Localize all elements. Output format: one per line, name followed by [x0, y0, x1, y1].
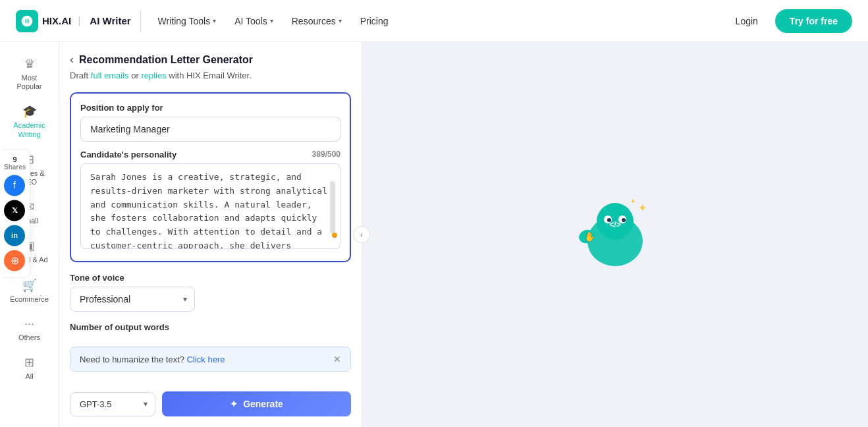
chevron-down-icon: ▾	[213, 17, 216, 24]
back-button[interactable]: ‹	[70, 53, 74, 67]
header: HIX.AI | AI Writer Writing Tools ▾ AI To…	[0, 0, 868, 42]
tool-subtitle: Draft full emails or replies with HIX Em…	[70, 71, 351, 80]
facebook-share-button[interactable]: f	[4, 175, 25, 196]
collapse-panel-button[interactable]: ‹	[353, 226, 370, 243]
sidebar-item-all[interactable]: ⊞ All	[3, 349, 56, 387]
nav-resources[interactable]: Resources ▾	[284, 11, 350, 32]
x-share-button[interactable]: 𝕏	[4, 200, 25, 221]
close-banner-button[interactable]: ✕	[333, 354, 341, 364]
output-area: ‹ </> ✋ ✦ ✦ ·	[362, 42, 868, 427]
sidebar-item-most-popular[interactable]: ♛ Most Popular	[3, 50, 56, 98]
nav-ai-tools[interactable]: AI Tools ▾	[227, 11, 281, 32]
try-for-free-button[interactable]: Try for free	[775, 9, 852, 33]
chevron-down-icon: ▾	[270, 17, 273, 24]
tool-title: Recommendation Letter Generator	[79, 54, 253, 66]
humanize-banner: Need to humanize the text? Click here ✕	[70, 347, 351, 372]
char-count: 389/500	[312, 150, 340, 159]
general-share-button[interactable]: ⊕	[4, 250, 25, 271]
nav-pricing[interactable]: Pricing	[352, 11, 396, 32]
main-content: ♛ Most Popular 🎓 Academic Writing ⊟ Arti…	[0, 42, 868, 427]
main-nav: Writing Tools ▾ AI Tools ▾ Resources ▾ P…	[150, 11, 396, 32]
sidebar-item-ecommerce[interactable]: 🛒 Ecommerce	[3, 271, 56, 310]
full-emails-link[interactable]: full emails	[91, 71, 129, 80]
hix-mascot: </> ✋ ✦ ✦ ·	[572, 192, 658, 277]
generate-icon: ✦	[230, 399, 238, 409]
tone-form-group: Tone of voice Professional Formal Casual…	[70, 273, 351, 312]
words-form-group: Number of output words	[70, 322, 351, 336]
svg-text:·: ·	[643, 220, 645, 226]
logo-brand: HIX.AI	[42, 15, 71, 26]
logo[interactable]: HIX.AI | AI Writer	[16, 10, 141, 32]
gpt-model-select[interactable]: GPT-3.5 GPT-4 GPT-4o	[70, 392, 155, 416]
svg-point-6	[622, 218, 626, 222]
scrollbar	[330, 181, 335, 234]
personality-textarea[interactable]: Sarah Jones is a creative, strategic, an…	[80, 163, 340, 249]
position-form-group: Position to apply for Candidate's person…	[70, 92, 351, 262]
scroll-indicator	[331, 229, 338, 241]
bottom-bar: GPT-3.5 GPT-4 GPT-4o ▾ ✦ Generate	[70, 389, 351, 416]
logo-product: AI Writer	[90, 15, 130, 26]
tool-header: ‹ Recommendation Letter Generator	[70, 53, 351, 67]
sidebar-item-academic-writing[interactable]: 🎓 Academic Writing	[3, 98, 56, 145]
crown-icon: ♛	[24, 57, 35, 71]
nav-writing-tools[interactable]: Writing Tools ▾	[150, 11, 225, 32]
cart-icon: 🛒	[22, 278, 37, 293]
logo-separator: |	[78, 15, 80, 27]
hix-logo-icon	[16, 10, 38, 32]
svg-text:✦: ✦	[638, 202, 647, 214]
replies-link[interactable]: replies	[141, 71, 166, 80]
header-left: HIX.AI | AI Writer Writing Tools ▾ AI To…	[16, 10, 396, 32]
social-share-sidebar: 9 Shares f 𝕏 in ⊕	[0, 150, 30, 276]
tone-select[interactable]: Professional Formal Casual Friendly Humo…	[70, 287, 195, 312]
humanize-link[interactable]: Click here	[187, 355, 225, 364]
personality-group: Candidate's personality 389/500 Sarah Jo…	[80, 150, 340, 252]
login-button[interactable]: Login	[726, 11, 767, 32]
header-right: Login Try for free	[726, 9, 852, 33]
svg-text:</>: </>	[609, 220, 620, 229]
humanize-text: Need to humanize the text? Click here	[80, 355, 225, 364]
tool-panel: ‹ Recommendation Letter Generator Draft …	[59, 42, 362, 427]
personality-label: Candidate's personality 389/500	[80, 150, 340, 159]
share-count: 9 Shares	[4, 156, 26, 171]
tone-select-wrapper: Professional Formal Casual Friendly Humo…	[70, 287, 195, 312]
position-input[interactable]	[80, 117, 340, 142]
sidebar-item-others[interactable]: ··· Others	[3, 310, 56, 349]
words-label: Number of output words	[70, 322, 351, 332]
svg-text:✋: ✋	[584, 231, 596, 242]
generate-button[interactable]: ✦ Generate	[162, 391, 351, 416]
position-label: Position to apply for	[80, 103, 340, 113]
gpt-select-wrapper: GPT-3.5 GPT-4 GPT-4o ▾	[70, 392, 155, 416]
svg-text:✦: ✦	[630, 198, 636, 205]
mascot-container: </> ✋ ✦ ✦ ·	[572, 192, 658, 277]
graduation-cap-icon: 🎓	[22, 104, 37, 119]
others-icon: ···	[24, 317, 34, 331]
chevron-down-icon: ▾	[339, 17, 342, 24]
tone-label: Tone of voice	[70, 273, 351, 283]
linkedin-share-button[interactable]: in	[4, 225, 25, 246]
svg-point-0	[332, 233, 337, 238]
grid-icon: ⊞	[24, 355, 34, 370]
